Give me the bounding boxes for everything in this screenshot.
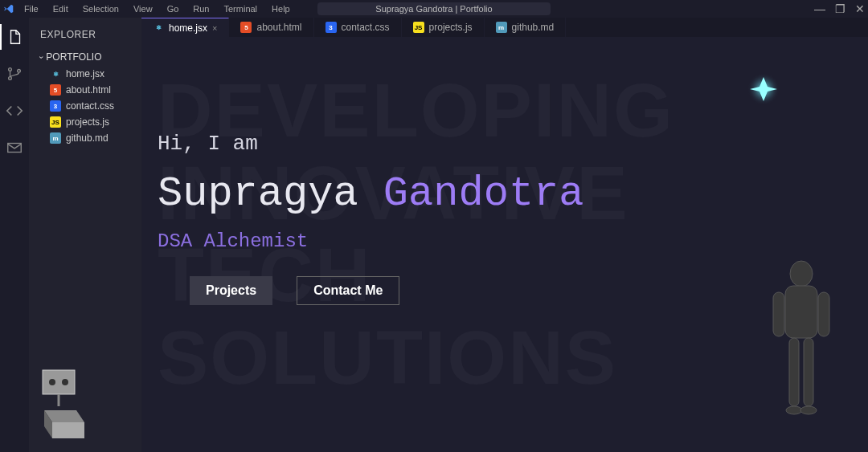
- editor-area: ⚛home.jsx× 5about.html 3contact.css JSpr…: [141, 18, 868, 452]
- sidebar-file-label: projects.js: [66, 116, 109, 128]
- svg-rect-7: [785, 286, 817, 338]
- menu-view[interactable]: View: [127, 2, 159, 16]
- tabs: ⚛home.jsx× 5about.html 3contact.css JSpr…: [141, 18, 868, 37]
- tab-close-icon[interactable]: ×: [212, 23, 217, 33]
- sidebar-title: EXPLORER: [29, 26, 141, 48]
- files-icon[interactable]: [0, 24, 29, 50]
- hero-role: DSA Alchemist: [158, 230, 584, 252]
- sidebar-file-home[interactable]: ⚛home.jsx: [29, 66, 141, 82]
- js-icon: JS: [50, 116, 61, 128]
- window-title[interactable]: Supragya Gandotra | Portfolio: [317, 2, 551, 15]
- contact-button[interactable]: Contact Me: [297, 276, 399, 305]
- tab-about[interactable]: 5about.html: [229, 18, 313, 37]
- close-icon[interactable]: ✕: [855, 2, 865, 15]
- css-icon: 3: [326, 22, 337, 33]
- tab-label: about.html: [256, 22, 301, 33]
- menu-run[interactable]: Run: [186, 2, 215, 16]
- code-icon[interactable]: [0, 98, 29, 124]
- svg-marker-20: [52, 422, 84, 438]
- cube-decoration-icon: [28, 362, 92, 442]
- svg-point-2: [18, 70, 21, 73]
- svg-rect-10: [789, 338, 799, 406]
- sidebar-file-label: github.md: [66, 132, 108, 144]
- md-icon: m: [496, 22, 507, 33]
- spark-decoration-icon: [743, 69, 784, 109]
- hero-first-name: Supragya: [158, 170, 358, 218]
- minimize-icon[interactable]: —: [814, 2, 825, 15]
- svg-rect-14: [43, 370, 75, 394]
- sidebar-file-label: about.html: [66, 84, 111, 96]
- svg-rect-9: [818, 292, 829, 336]
- svg-point-15: [49, 379, 55, 385]
- menu-file[interactable]: File: [18, 2, 45, 16]
- sidebar-section[interactable]: PORTFOLIO: [29, 48, 141, 66]
- tab-label: github.md: [512, 22, 555, 33]
- sidebar-file-label: home.jsx: [66, 68, 104, 79]
- svg-point-12: [786, 406, 802, 414]
- menu-go[interactable]: Go: [161, 2, 186, 16]
- editor-content: DEVELOPING INNOVATIVE TECH SOLUTIONS Hi,…: [141, 37, 868, 452]
- svg-point-1: [9, 77, 12, 80]
- titlebar: File Edit Selection View Go Run Terminal…: [0, 0, 868, 18]
- vscode-logo-icon: [0, 3, 18, 14]
- activitybar: [0, 18, 29, 452]
- svg-point-16: [62, 379, 68, 385]
- tab-github[interactable]: mgithub.md: [485, 18, 567, 37]
- tab-projects[interactable]: JSprojects.js: [402, 18, 485, 37]
- svg-point-0: [9, 68, 12, 71]
- md-icon: m: [50, 132, 61, 144]
- hero: Hi, I am Supragya Gandotra DSA Alchemist…: [158, 132, 584, 305]
- menubar: File Edit Selection View Go Run Terminal…: [18, 2, 297, 16]
- html-icon: 5: [50, 84, 61, 96]
- react-icon: ⚛: [50, 68, 61, 79]
- tab-label: home.jsx: [169, 22, 207, 34]
- hero-last-name: Gandotra: [383, 170, 584, 218]
- svg-point-13: [800, 406, 817, 414]
- svg-rect-3: [8, 144, 22, 153]
- hero-name: Supragya Gandotra: [158, 170, 584, 218]
- js-icon: JS: [413, 22, 424, 33]
- sidebar-file-label: contact.css: [66, 100, 114, 112]
- menu-terminal[interactable]: Terminal: [218, 2, 264, 16]
- mail-icon[interactable]: [0, 135, 29, 161]
- projects-button[interactable]: Projects: [190, 276, 272, 305]
- react-icon: ⚛: [153, 22, 164, 34]
- svg-point-6: [790, 261, 813, 287]
- menu-selection[interactable]: Selection: [76, 2, 125, 16]
- tab-label: projects.js: [429, 22, 473, 33]
- tab-label: contact.css: [342, 22, 390, 33]
- menu-help[interactable]: Help: [265, 2, 297, 16]
- menu-edit[interactable]: Edit: [47, 2, 75, 16]
- git-branch-icon[interactable]: [0, 61, 29, 87]
- svg-rect-8: [773, 292, 784, 336]
- css-icon: 3: [50, 100, 61, 112]
- sidebar-file-projects[interactable]: JSprojects.js: [29, 114, 141, 130]
- sidebar-file-contact[interactable]: 3contact.css: [29, 98, 141, 114]
- hero-greeting: Hi, I am: [158, 132, 584, 156]
- sidebar-file-github[interactable]: mgithub.md: [29, 130, 141, 146]
- html-icon: 5: [240, 22, 252, 33]
- tab-contact[interactable]: 3contact.css: [314, 18, 402, 37]
- svg-rect-11: [804, 338, 813, 406]
- tab-home[interactable]: ⚛home.jsx×: [141, 18, 229, 37]
- maximize-icon[interactable]: ❐: [835, 2, 845, 15]
- robot-decoration-icon: [757, 254, 845, 452]
- sidebar-file-about[interactable]: 5about.html: [29, 82, 141, 98]
